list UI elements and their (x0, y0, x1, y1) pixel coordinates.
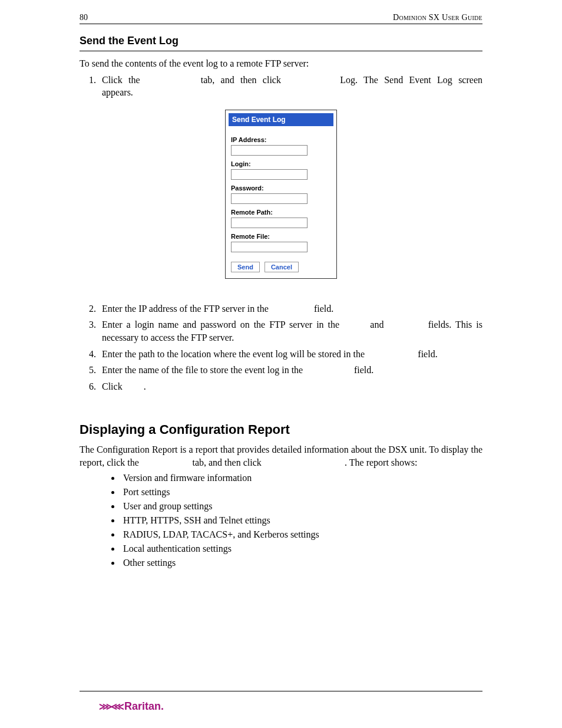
remote-file-label: Remote File: (231, 233, 331, 240)
dialog-title: Send Event Log (229, 113, 333, 126)
book-title: Dominion SX User Guide (393, 13, 482, 22)
logo-text: Raritan. (124, 700, 164, 713)
para-a: The Configuration Report is a report tha… (80, 444, 482, 467)
step-2-b: field. (312, 304, 333, 314)
step-6-b: . (144, 381, 146, 391)
send-event-log-dialog: Send Event Log IP Address: Login: Passwo… (225, 110, 337, 279)
ip-address-label: IP Address: (231, 136, 331, 143)
steps-list-2: Enter the IP address of the FTP server i… (80, 302, 482, 393)
password-input[interactable] (231, 193, 308, 204)
ip-address-input[interactable] (231, 145, 308, 156)
cancel-button[interactable]: Cancel (265, 262, 299, 272)
config-report-paragraph: The Configuration Report is a report tha… (80, 443, 482, 469)
bullet-item: Port settings (121, 487, 482, 498)
login-input[interactable] (231, 169, 308, 180)
step-2: Enter the IP address of the FTP server i… (98, 302, 482, 315)
bullet-item: User and group settings (121, 501, 482, 512)
step-3: Enter a login name and password on the F… (98, 318, 482, 344)
bullet-item: Version and firmware information (121, 473, 482, 483)
bullet-item: Other settings (121, 558, 482, 568)
step-4: Enter the path to the location where the… (98, 348, 482, 361)
section-heading-send-event-log: Send the Event Log (80, 35, 482, 51)
step-2-a: Enter the IP address of the FTP server i… (102, 304, 271, 314)
step-6-a: Click (102, 381, 125, 391)
step-4-b: field. (415, 349, 437, 359)
remote-path-input[interactable] (231, 218, 308, 228)
page-header: 80 Dominion SX User Guide (80, 13, 482, 24)
footer-rule (80, 691, 482, 691)
step-5-a: Enter the name of the file to store the … (102, 365, 305, 375)
bullet-item: RADIUS, LDAP, TACACS+, and Kerberos sett… (121, 529, 482, 540)
step-3-a: Enter a login name and password on the F… (102, 319, 343, 330)
page-number: 80 (80, 13, 88, 22)
step-5: Enter the name of the file to store the … (98, 364, 482, 377)
step-4-a: Enter the path to the location where the… (102, 349, 367, 359)
step-5-b: field. (352, 365, 373, 375)
logo-mark-icon: ⋙⋘ (99, 701, 123, 712)
report-bullet-list: Version and firmware information Port se… (80, 473, 482, 568)
login-label: Login: (231, 160, 331, 167)
remote-file-input[interactable] (231, 242, 308, 252)
steps-list-1: Click the Maintenance tab, and then clic… (80, 74, 482, 99)
step-3-b: and (366, 319, 388, 330)
remote-path-label: Remote Path: (231, 209, 331, 216)
step-6: Click Send. (98, 380, 482, 393)
section-heading-config-report: Displaying a Configuration Report (80, 422, 482, 437)
password-label: Password: (231, 185, 331, 192)
para-c: . The report shows: (345, 457, 417, 467)
intro-text: To send the contents of the event log to… (80, 57, 482, 70)
para-b: tab, and then click (190, 457, 263, 467)
step-1: Click the Maintenance tab, and then clic… (98, 74, 482, 99)
send-button[interactable]: Send (231, 262, 260, 272)
dialog-figure: Send Event Log IP Address: Login: Passwo… (80, 110, 482, 279)
bullet-item: HTTP, HTTPS, SSH and Telnet ettings (121, 515, 482, 526)
raritan-logo: ⋙⋘ Raritan. (99, 700, 164, 713)
bullet-item: Local authentication settings (121, 543, 482, 554)
